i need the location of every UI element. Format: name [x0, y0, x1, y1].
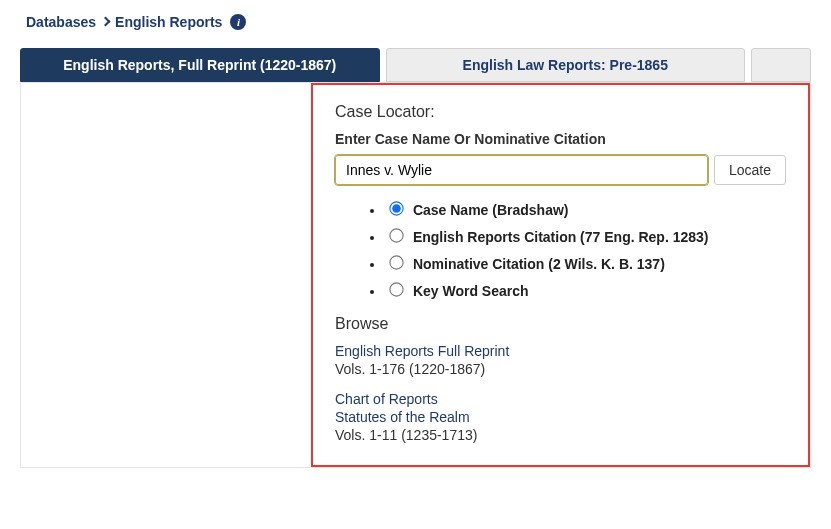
- browse-item: Chart of Reports: [335, 391, 786, 407]
- breadcrumb: Databases English Reports i: [20, 10, 811, 48]
- browse-item: English Reports Full Reprint: [335, 343, 786, 359]
- list-item: Key Word Search: [385, 280, 786, 299]
- browse-heading: Browse: [335, 315, 786, 333]
- case-locator-heading: Case Locator:: [335, 103, 786, 121]
- radio-keyword[interactable]: [389, 282, 403, 296]
- tab-bar: English Reports, Full Reprint (1220-1867…: [20, 48, 811, 83]
- radio-case-name[interactable]: [389, 201, 403, 215]
- case-input-row: Locate: [335, 155, 786, 185]
- tab-third[interactable]: [751, 48, 811, 82]
- option-label: Nominative Citation (2 Wils. K. B. 137): [413, 256, 665, 272]
- info-icon[interactable]: i: [230, 14, 246, 30]
- list-item: Nominative Citation (2 Wils. K. B. 137): [385, 253, 786, 272]
- browse-meta: Vols. 1-11 (1235-1713): [335, 427, 786, 443]
- browse-meta: Vols. 1-176 (1220-1867): [335, 361, 786, 377]
- search-type-options: Case Name (Bradshaw) English Reports Cit…: [335, 199, 786, 299]
- breadcrumb-root-link[interactable]: Databases: [26, 14, 96, 30]
- browse-link-full-reprint[interactable]: English Reports Full Reprint: [335, 343, 509, 359]
- case-locator-panel: Case Locator: Enter Case Name Or Nominat…: [311, 83, 810, 467]
- browse-item: Statutes of the Realm: [335, 409, 786, 425]
- radio-nominative[interactable]: [389, 255, 403, 269]
- option-er-citation[interactable]: English Reports Citation (77 Eng. Rep. 1…: [385, 229, 709, 245]
- option-label: Key Word Search: [413, 283, 529, 299]
- tab-pre-1865[interactable]: English Law Reports: Pre-1865: [386, 48, 746, 82]
- locate-button[interactable]: Locate: [714, 155, 786, 185]
- browse-link-statutes[interactable]: Statutes of the Realm: [335, 409, 470, 425]
- option-case-name[interactable]: Case Name (Bradshaw): [385, 202, 569, 218]
- case-locator-prompt: Enter Case Name Or Nominative Citation: [335, 131, 786, 147]
- option-label: English Reports Citation (77 Eng. Rep. 1…: [413, 229, 709, 245]
- option-label: Case Name (Bradshaw): [413, 202, 569, 218]
- breadcrumb-current-link[interactable]: English Reports: [115, 14, 222, 30]
- tab-full-reprint[interactable]: English Reports, Full Reprint (1220-1867…: [20, 48, 380, 82]
- left-spacer: [21, 83, 311, 467]
- list-item: English Reports Citation (77 Eng. Rep. 1…: [385, 226, 786, 245]
- option-keyword-search[interactable]: Key Word Search: [385, 283, 529, 299]
- browse-link-chart[interactable]: Chart of Reports: [335, 391, 438, 407]
- list-item: Case Name (Bradshaw): [385, 199, 786, 218]
- radio-er-citation[interactable]: [389, 228, 403, 242]
- case-name-input[interactable]: [335, 155, 708, 185]
- chevron-right-icon: [101, 17, 111, 27]
- content-area: Case Locator: Enter Case Name Or Nominat…: [20, 83, 811, 468]
- option-nominative-citation[interactable]: Nominative Citation (2 Wils. K. B. 137): [385, 256, 665, 272]
